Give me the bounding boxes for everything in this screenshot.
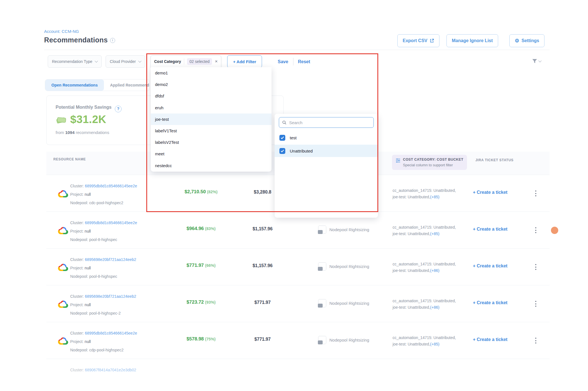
page-title: Recommendations <box>44 36 108 44</box>
cloud-provider-filter[interactable]: Cloud Provider <box>106 55 145 68</box>
more-buckets-link[interactable]: (+85) <box>430 231 439 236</box>
cost-bucket-cell: cc_automation_14715: Unattributed, joe-t… <box>393 261 456 274</box>
recommendation-count: 1094 <box>65 130 74 135</box>
cloud-provider-label: Cloud Provider <box>110 59 136 64</box>
gcp-cloud-icon <box>57 336 69 346</box>
savings-subtitle: from 1094 recommendations <box>56 130 109 135</box>
table-row[interactable]: Cluster: 6895698e20bf721aa124eeb2 Projec… <box>46 249 550 285</box>
bucket-search[interactable] <box>279 117 374 128</box>
bucket-option-label: test <box>290 135 297 140</box>
more-buckets-link[interactable]: (+85) <box>430 342 439 346</box>
table-row[interactable]: Cluster: 6895698e20bf721aa124eeb2 Projec… <box>46 285 550 322</box>
table-row-partial[interactable]: Cluster: 689067f8414a7041e2e3db02 <box>46 359 550 376</box>
dropdown-item[interactable]: dfdsf <box>151 90 272 102</box>
recommendation-type-cell: Nodepool Rightsizing <box>318 226 369 234</box>
savings-amount: $31.2K <box>70 113 106 126</box>
help-icon[interactable]: ? <box>115 106 122 112</box>
cost-bucket-cell: cc_automation_14715: Unattributed, joe-t… <box>393 224 456 237</box>
save-filter-button[interactable]: Save <box>278 59 288 64</box>
table-row[interactable]: Cluster: 68995db8d1c854666145ee2e Projec… <box>46 322 550 359</box>
recommendation-type-cell: Nodepool Rightsizing <box>318 262 369 270</box>
cluster-link[interactable]: 6895698e20bf721aa124eeb2 <box>85 294 136 299</box>
dropdown-item[interactable]: meet <box>151 148 272 160</box>
checkbox-checked-icon[interactable] <box>279 135 285 141</box>
cluster-link[interactable]: 68995db8d1c854666145ee2e <box>85 331 137 335</box>
dropdown-item[interactable]: nestedcc <box>151 160 272 171</box>
row-menu-icon[interactable] <box>534 189 538 198</box>
resource-name-cell: Cluster: 68995db8d1c854666145ee2e Projec… <box>70 182 137 207</box>
create-ticket-button[interactable]: + Create a ticket <box>473 263 507 269</box>
row-menu-icon[interactable] <box>534 262 538 272</box>
settings-button[interactable]: ⚙ Settings <box>509 34 544 47</box>
breadcrumb-account[interactable]: Account: CCM-NG <box>44 29 79 34</box>
sliders-icon <box>396 158 400 163</box>
dropdown-item[interactable]: demo1 <box>151 67 272 79</box>
gcp-cloud-icon <box>57 299 69 309</box>
monthly-savings-cell: $771.97 (66%) <box>173 263 229 268</box>
dropdown-item[interactable]: labelV1Test <box>151 125 272 137</box>
resource-name-cell: Cluster: 68995db8d1c854666145ee2e Projec… <box>70 329 137 354</box>
row-menu-icon[interactable] <box>534 226 538 235</box>
recommendations-tabs: Open Recommendations Applied Recommendat… <box>45 79 150 91</box>
cost-category-dropdown: demo1 demo2 dfdsf eruh joe-test labelV1T… <box>151 67 272 172</box>
dropdown-item[interactable]: labelsV2Test <box>151 137 272 148</box>
recommendation-type-filter[interactable]: Recommendation Type <box>48 55 102 68</box>
column-header-jira-status: JIRA TICKET STATUS <box>475 158 514 162</box>
more-buckets-link[interactable]: (+86) <box>430 305 439 310</box>
recommendation-type-cell: Nodepool Rightsizing <box>318 336 369 344</box>
cost-category-label: Cost Category <box>154 59 181 64</box>
nodepool-icon <box>318 299 326 307</box>
dropdown-item-highlighted[interactable]: joe-test <box>151 113 272 125</box>
export-csv-label: Export CSV <box>403 38 427 43</box>
filter-panel-toggle[interactable] <box>532 58 541 64</box>
tab-applied-recommendations[interactable]: Applied Recommendations <box>104 79 149 91</box>
bucket-option-unattributed[interactable]: Unattributed <box>275 145 378 157</box>
chevron-down-icon <box>138 59 141 62</box>
monthly-cost-cell: $1,157.96 <box>240 263 285 268</box>
search-input[interactable] <box>289 120 370 125</box>
cost-bucket-cell: cc_automation_14715: Unattributed, joe-t… <box>393 335 456 347</box>
monthly-savings-cell: $723.72 (93%) <box>173 299 229 305</box>
add-filter-button[interactable]: + Add Filter <box>227 55 262 68</box>
nodepool-icon <box>318 262 326 270</box>
column-header-resource-name: RESOURCE NAME <box>53 157 86 161</box>
create-ticket-button[interactable]: + Create a ticket <box>473 227 507 232</box>
resource-name-cell: Cluster: 689067f8414a7041e2e3db02 <box>70 366 136 374</box>
info-icon[interactable]: i <box>110 38 115 43</box>
tab-open-recommendations[interactable]: Open Recommendations <box>45 79 104 91</box>
monthly-savings-cell: $964.96 (83%) <box>173 226 229 231</box>
create-ticket-button[interactable]: + Create a ticket <box>473 300 507 305</box>
row-menu-icon[interactable] <box>534 336 538 345</box>
bucket-option-test[interactable]: test <box>275 131 378 144</box>
cluster-link[interactable]: 6895698e20bf721aa124eeb2 <box>85 257 136 262</box>
more-buckets-link[interactable]: (+86) <box>430 268 439 273</box>
chevron-down-icon <box>95 59 98 62</box>
resource-name-cell: Cluster: 6895698e20bf721aa124eeb2 Projec… <box>70 255 136 281</box>
create-ticket-button[interactable]: + Create a ticket <box>473 190 507 195</box>
checkbox-checked-icon[interactable] <box>279 148 285 154</box>
recommendation-type-cell: Nodepool Rightsizing <box>318 299 369 307</box>
export-csv-button[interactable]: Export CSV <box>397 34 439 47</box>
bucket-option-label: Unattributed <box>290 149 313 153</box>
cluster-link[interactable]: 689067f8414a7041e2e3db02 <box>85 368 136 372</box>
manage-ignore-list-button[interactable]: Manage Ignore List <box>446 34 498 47</box>
external-link-icon <box>430 38 434 43</box>
selected-count-badge: 02 selected <box>187 58 212 65</box>
cost-category-filter[interactable]: Cost Category 02 selected × <box>151 55 221 68</box>
create-ticket-button[interactable]: + Create a ticket <box>473 337 507 342</box>
dropdown-item[interactable]: demo2 <box>151 79 272 90</box>
monthly-cost-cell: $771.97 <box>240 300 285 305</box>
funnel-icon <box>532 58 538 64</box>
more-buckets-link[interactable]: (+85) <box>430 195 439 199</box>
floating-help-dot[interactable] <box>551 227 558 234</box>
cluster-link[interactable]: 68995db8d1c854666145ee2e <box>85 184 137 188</box>
cluster-link[interactable]: 68995db8d1c854666145ee2e <box>85 220 137 225</box>
row-menu-icon[interactable] <box>534 299 538 308</box>
resource-name-cell: Cluster: 6895698e20bf721aa124eeb2 Projec… <box>70 292 136 317</box>
clear-filter-icon[interactable]: × <box>215 59 218 64</box>
column-header-cost-category[interactable]: COST CATEGORY: COST BUCKET Special colum… <box>392 155 467 170</box>
reset-filter-button[interactable]: Reset <box>298 59 310 64</box>
nodepool-icon <box>318 226 326 234</box>
dropdown-item[interactable]: eruh <box>151 102 272 113</box>
settings-label: Settings <box>521 38 539 43</box>
